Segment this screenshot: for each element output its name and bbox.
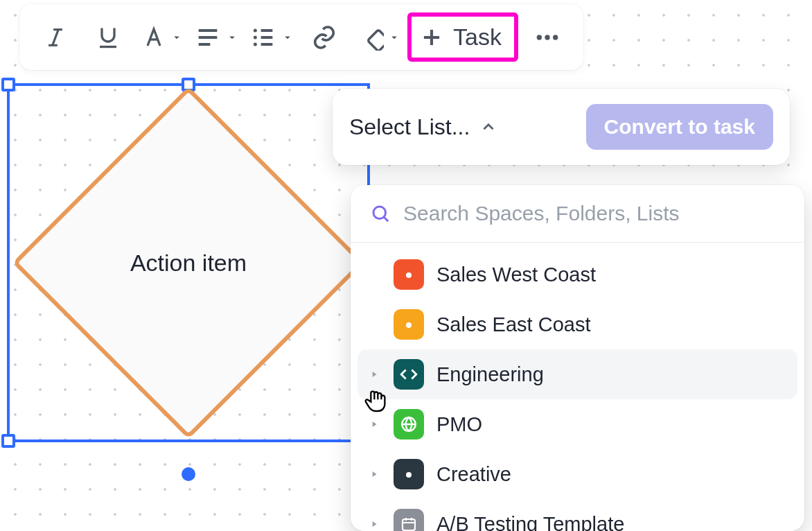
connector-handle-bottom[interactable] bbox=[182, 467, 195, 481]
space-name: Sales West Coast bbox=[436, 263, 596, 286]
space-row[interactable]: PMO bbox=[358, 399, 797, 449]
svg-point-8 bbox=[254, 28, 257, 32]
formatting-toolbar: Task bbox=[19, 4, 583, 70]
svg-rect-14 bbox=[368, 29, 384, 50]
expand-caret-icon[interactable] bbox=[367, 369, 381, 379]
list-picker-dropdown: Sales West Coast Sales East Coast Engine… bbox=[351, 185, 804, 531]
space-icon bbox=[394, 359, 424, 390]
shape-picker-button[interactable] bbox=[353, 14, 402, 61]
list-button[interactable] bbox=[245, 14, 295, 61]
shape-selection[interactable]: Action item bbox=[7, 83, 370, 442]
expand-caret-icon[interactable] bbox=[367, 469, 381, 479]
shape-label[interactable]: Action item bbox=[130, 250, 247, 277]
add-task-label: Task bbox=[453, 24, 502, 51]
whiteboard-canvas[interactable]: Action item bbox=[0, 0, 812, 531]
svg-point-18 bbox=[545, 35, 549, 40]
svg-point-17 bbox=[537, 35, 542, 40]
expand-caret-icon[interactable] bbox=[367, 419, 381, 429]
search-input[interactable] bbox=[403, 202, 785, 225]
resize-handle-bottom-left[interactable] bbox=[1, 434, 15, 448]
expand-caret-icon[interactable] bbox=[367, 519, 381, 529]
space-row[interactable]: Creative bbox=[358, 449, 797, 499]
space-name: Creative bbox=[436, 463, 511, 486]
svg-point-24 bbox=[407, 274, 410, 277]
link-button[interactable] bbox=[301, 14, 348, 61]
search-icon bbox=[370, 203, 391, 224]
svg-rect-33 bbox=[403, 519, 415, 530]
search-row bbox=[351, 185, 804, 243]
space-row[interactable]: Sales East Coast bbox=[358, 299, 797, 349]
svg-line-21 bbox=[384, 217, 388, 221]
space-icon bbox=[394, 459, 424, 489]
space-icon bbox=[394, 509, 424, 531]
spaces-list[interactable]: Sales West Coast Sales East Coast Engine… bbox=[351, 243, 804, 531]
chevron-up-icon bbox=[479, 118, 497, 136]
space-row[interactable]: A/B Testing Template bbox=[358, 499, 797, 531]
space-name: A/B Testing Template bbox=[436, 513, 624, 532]
svg-point-10 bbox=[254, 35, 257, 39]
svg-point-19 bbox=[553, 35, 558, 40]
resize-handle-top-left[interactable] bbox=[1, 78, 15, 92]
align-button[interactable] bbox=[190, 14, 240, 61]
svg-point-12 bbox=[254, 42, 257, 46]
space-icon bbox=[394, 409, 424, 439]
space-name: PMO bbox=[436, 413, 482, 436]
space-name: Engineering bbox=[436, 363, 544, 386]
space-row[interactable]: Sales West Coast bbox=[358, 250, 797, 299]
convert-popover: Select List... Convert to task bbox=[333, 89, 790, 165]
select-list-label: Select List... bbox=[349, 114, 470, 140]
svg-point-20 bbox=[373, 207, 386, 219]
space-name: Sales East Coast bbox=[436, 313, 590, 336]
add-task-button[interactable]: Task bbox=[407, 12, 518, 62]
convert-to-task-button[interactable]: Convert to task bbox=[586, 104, 773, 150]
svg-point-32 bbox=[407, 473, 410, 476]
svg-point-27 bbox=[407, 324, 410, 327]
space-icon bbox=[394, 309, 424, 340]
more-button[interactable] bbox=[524, 14, 571, 61]
underline-button[interactable] bbox=[85, 14, 132, 61]
select-list-dropdown[interactable]: Select List... bbox=[349, 114, 497, 140]
svg-line-2 bbox=[53, 29, 59, 45]
space-row[interactable]: Engineering bbox=[358, 349, 797, 399]
text-color-button[interactable] bbox=[137, 14, 184, 61]
space-icon bbox=[394, 259, 424, 290]
italic-button[interactable] bbox=[32, 14, 79, 61]
